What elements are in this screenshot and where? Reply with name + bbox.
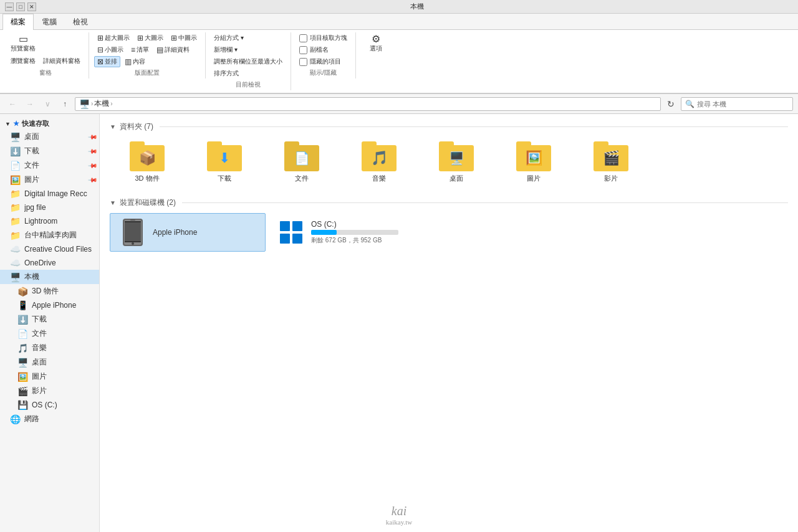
folders-toggle[interactable]: ▼: [110, 123, 116, 130]
drive-item-os-c[interactable]: OS (C:) 剩餘 672 GB，共 952 GB: [268, 213, 424, 252]
folder-body-desk: 🖥️: [439, 145, 474, 171]
folder-item-documents[interactable]: 📄 文件: [264, 137, 339, 188]
sidebar-item-jpgfile[interactable]: 📁 jpg file: [0, 201, 99, 214]
ribbon-btn-add-col[interactable]: 新增欄 ▾: [211, 44, 286, 55]
tile-label: 並排: [105, 57, 117, 66]
tab-view[interactable]: 檢視: [65, 14, 96, 30]
sidebar-item-videos[interactable]: 🎬 影片: [0, 384, 99, 398]
detail-label: 詳細資料窗格: [43, 57, 80, 65]
device-item-iphone[interactable]: Apple iPhone: [110, 213, 266, 252]
title-bar-title: 本機: [41, 2, 793, 11]
sidebar-item-creative-cloud[interactable]: ☁️ Creative Cloud Files: [0, 242, 99, 256]
refresh-button[interactable]: ↻: [663, 97, 678, 112]
close-button[interactable]: ✕: [27, 2, 36, 11]
sidebar-item-documents[interactable]: 📄 文件 📌: [0, 158, 99, 173]
title-bar-controls[interactable]: — □ ✕: [5, 2, 36, 11]
detail2-label: 詳細資料: [165, 45, 190, 54]
ribbon-group-show-hide: 項目核取方塊 副檔名 隱藏的項目 顯示/隱藏: [294, 32, 356, 78]
folder-item-music[interactable]: 🎵 音樂: [342, 137, 416, 188]
ribbon-btn-fit-col[interactable]: 調整所有欄位至最適大小: [211, 56, 286, 67]
folder-overlay-desk: 🖥️: [449, 151, 464, 166]
ribbon-btn-list[interactable]: ≡ 清單: [128, 44, 152, 55]
folder-label-3d: 3D 物件: [135, 174, 159, 183]
main-layout: ▼ ★ 快速存取 🖥️ 桌面 📌 ⬇️ 下載 📌 📄 文件 📌 🖼️ 圖片 📌 …: [0, 114, 798, 532]
ribbon-content: ▭ 預覽窗格 瀏覽窗格 詳細資料窗格 窗格 ⊞ 超大圖示: [0, 30, 798, 93]
folder-icon-pictures: 🖼️: [516, 141, 551, 171]
sidebar-item-this-pc[interactable]: 🖥️ 本機: [0, 270, 99, 284]
ribbon-btn-lg-icon[interactable]: ⊞ 大圖示: [134, 32, 166, 44]
ribbon-btn-sm-icon[interactable]: ⊟ 小圖示: [94, 44, 127, 55]
iphone-svg: [122, 219, 144, 246]
ribbon-btn-detail[interactable]: ▤ 詳細資料: [153, 44, 193, 55]
add-col-label: 新增欄 ▾: [214, 45, 238, 54]
sidebar-item-digimage[interactable]: 📁 Digital Image Recc: [0, 187, 99, 201]
ribbon-btn-tile[interactable]: ⊠ 並排: [94, 56, 120, 67]
maximize-button[interactable]: □: [16, 2, 25, 11]
sidebar-item-music[interactable]: 🎵 音樂: [0, 341, 99, 355]
folder-item-pictures[interactable]: 🖼️ 圖片: [496, 137, 571, 188]
quick-access-toggle[interactable]: ▼: [5, 121, 11, 127]
breadcrumb-item-this-pc[interactable]: 本機: [94, 98, 109, 109]
ribbon-btn-options[interactable]: ⚙ 選項: [361, 32, 391, 55]
ribbon-check-item-checkbox[interactable]: 項目核取方塊: [296, 32, 350, 44]
up-button[interactable]: ↑: [57, 97, 72, 112]
folder-body-dl: ⬇: [207, 145, 242, 171]
folder-item-desktop[interactable]: 🖥️ 桌面: [419, 137, 494, 188]
desktop-icon: 🖥️: [10, 132, 21, 142]
minimize-button[interactable]: —: [5, 2, 14, 11]
tab-file[interactable]: 檔案: [2, 14, 34, 30]
sidebar-item-pics[interactable]: 🖼️ 圖片: [0, 369, 99, 384]
item-checkbox-input[interactable]: [299, 34, 307, 42]
drive-icon-sidebar: 💾: [17, 400, 28, 410]
sidebar-item-desktop[interactable]: 🖥️ 桌面 📌: [0, 130, 99, 144]
os-c-drive-bar-bg: [311, 230, 398, 235]
sidebar-item-onedrive[interactable]: ☁️ OneDrive: [0, 256, 99, 270]
ribbon-btn-xl-icon[interactable]: ⊞ 超大圖示: [94, 32, 133, 44]
sidebar-item-network[interactable]: 🌐 網路: [0, 412, 99, 426]
folder-item-downloads[interactable]: ⬇ 下載: [187, 137, 262, 188]
back-button[interactable]: ←: [5, 97, 20, 112]
sidebar-item-pictures[interactable]: 🖼️ 圖片 📌: [0, 173, 99, 187]
ribbon-btn-md-icon[interactable]: ⊞ 中圖示: [168, 32, 200, 44]
devices-toggle[interactable]: ▼: [110, 199, 116, 206]
sidebar-item-dl[interactable]: ⬇️ 下載: [0, 312, 99, 326]
desktop2-icon-sidebar: 🖥️: [17, 358, 28, 368]
extension-checkbox-input[interactable]: [299, 46, 307, 54]
ribbon-btn-group-by[interactable]: 分組方式 ▾: [211, 32, 286, 44]
ribbon-btn-content[interactable]: ▥ 內容: [122, 56, 148, 67]
sidebar-item-iphone[interactable]: 📱 Apple iPhone: [0, 298, 99, 312]
folder-icon-jpg: 📁: [10, 202, 21, 212]
folder-item-3d[interactable]: 📦 3D 物件: [110, 137, 185, 188]
hidden-checkbox-input[interactable]: [299, 58, 307, 66]
sidebar-item-taizhong[interactable]: 📁 台中精誠李肉圓: [0, 228, 99, 242]
os-c-drive-info: OS (C:) 剩餘 672 GB，共 952 GB: [311, 220, 416, 245]
folder-icon-music: 🎵: [362, 141, 397, 171]
folder-icon-downloads: ⬇: [207, 141, 242, 171]
down-button[interactable]: ∨: [40, 97, 55, 112]
sidebar-item-doc[interactable]: 📄 文件: [0, 326, 99, 341]
sidebar-label-pics: 圖片: [32, 371, 47, 382]
ribbon-btn-detail[interactable]: 詳細資料窗格: [40, 55, 84, 67]
sidebar-item-3d[interactable]: 📦 3D 物件: [0, 284, 99, 298]
sidebar-label-lightroom: Lightroom: [24, 217, 57, 226]
ribbon-btn-preview[interactable]: ▭ 預覽窗格: [7, 32, 39, 55]
folder-icon-videos: 🎬: [594, 141, 628, 171]
forward-button[interactable]: →: [22, 97, 37, 112]
extension-checkbox-label: 副檔名: [310, 45, 329, 54]
search-input[interactable]: [697, 100, 789, 108]
sidebar-item-downloads[interactable]: ⬇️ 下載 📌: [0, 144, 99, 158]
sidebar-item-lightroom[interactable]: 📁 Lightroom: [0, 214, 99, 228]
svg-rect-6: [280, 221, 290, 231]
folder-item-videos[interactable]: 🎬 影片: [574, 137, 648, 188]
folder-overlay-vid: 🎬: [603, 150, 620, 166]
tab-computer[interactable]: 電腦: [34, 14, 65, 30]
ribbon-btn-nav[interactable]: 瀏覽窗格: [7, 55, 39, 67]
ribbon-btn-sort[interactable]: 排序方式: [211, 68, 286, 79]
folder-label-downloads: 下載: [218, 174, 231, 183]
sidebar-item-os-c[interactable]: 💾 OS (C:): [0, 398, 99, 412]
ribbon-check-hidden[interactable]: 隱藏的項目: [296, 56, 350, 67]
ribbon-group-panes-label: 窗格: [7, 69, 84, 77]
ribbon-group-layout: ⊞ 超大圖示 ⊞ 大圖示 ⊞ 中圖示 ⊟ 小圖示: [92, 32, 206, 78]
sidebar-item-desktop2[interactable]: 🖥️ 桌面: [0, 355, 99, 369]
ribbon-check-extension[interactable]: 副檔名: [296, 44, 350, 55]
